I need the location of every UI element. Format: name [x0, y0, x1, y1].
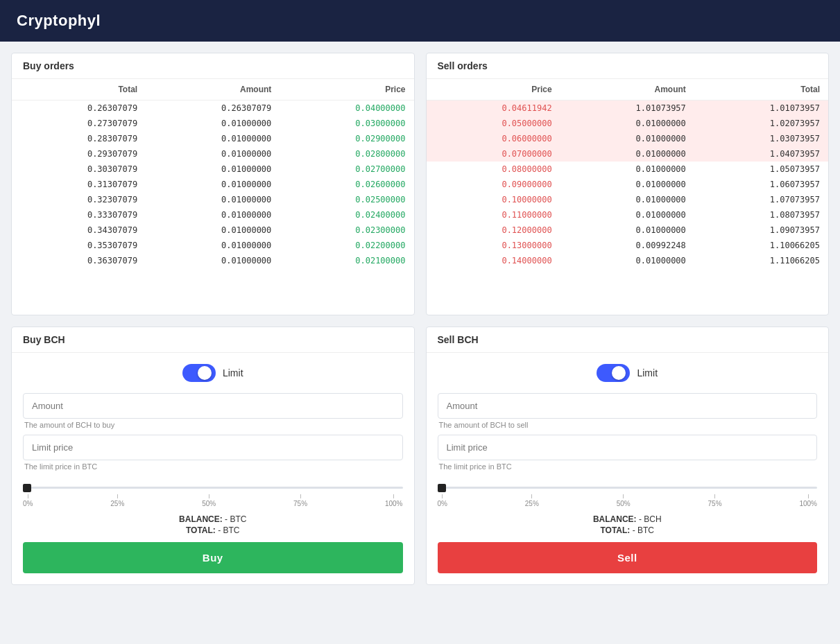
sell-limit-label: Limit	[637, 367, 658, 378]
sell-col-price: Price	[427, 79, 560, 101]
sell-bch-panel: Sell BCH Limit The amount of BCH to sell…	[426, 327, 830, 585]
buy-bch-title: Buy BCH	[12, 327, 414, 353]
sell-bch-form: Limit The amount of BCH to sell The limi…	[427, 353, 829, 584]
table-row: 0.080000000.010000001.05073957	[427, 162, 829, 177]
buy-orders-table: Total Amount Price 0.263070790.263070790…	[12, 79, 414, 268]
sell-toggle-row: Limit	[438, 364, 818, 382]
sell-slider[interactable]	[438, 487, 818, 489]
logo: Cryptophyl	[17, 12, 101, 30]
buy-balance-row: BALANCE: - BTC	[23, 514, 403, 524]
buy-tick-50: 50%	[202, 494, 216, 507]
buy-amount-group: The amount of BCH to buy	[23, 393, 403, 429]
sell-total-row: TOTAL: - BTC	[438, 525, 818, 535]
table-row: 0.110000000.010000001.08073957	[427, 207, 829, 223]
buy-col-total: Total	[12, 79, 146, 101]
table-row: 0.343070790.010000000.02300000	[12, 223, 414, 238]
main-content: Buy orders Total Amount Price 0.26307079…	[0, 42, 840, 596]
sell-orders-title: Sell orders	[427, 53, 829, 79]
table-row: 0.293070790.010000000.02800000	[12, 146, 414, 162]
table-row: 0.120000000.010000001.09073957	[427, 223, 829, 238]
sell-limit-price-group: The limit price in BTC	[438, 435, 818, 471]
buy-slider-container: 0% 25% 50% 75% 100%	[23, 479, 403, 507]
sell-orders-table-wrapper[interactable]: Price Amount Total 0.046119421.010739571…	[427, 79, 829, 315]
sell-tick-25: 25%	[525, 494, 539, 507]
buy-orders-table-wrapper[interactable]: Total Amount Price 0.263070790.263070790…	[12, 79, 414, 315]
buy-col-amount: Amount	[146, 79, 280, 101]
buy-button[interactable]: Buy	[23, 542, 403, 573]
buy-balance-label: BALANCE:	[179, 514, 223, 524]
table-row: 0.130000000.009922481.10066205	[427, 238, 829, 253]
sell-balance-info: BALANCE: - BCH TOTAL: - BTC	[438, 514, 818, 535]
table-row: 0.363070790.010000000.02100000	[12, 253, 414, 268]
table-row: 0.070000000.010000001.04073957	[427, 146, 829, 162]
sell-limit-price-input[interactable]	[438, 435, 818, 460]
sell-amount-group: The amount of BCH to sell	[438, 393, 818, 429]
sell-col-total: Total	[694, 79, 828, 101]
table-row: 0.353070790.010000000.02200000	[12, 238, 414, 253]
table-row: 0.273070790.010000000.03000000	[12, 116, 414, 131]
sell-tick-75: 75%	[708, 494, 722, 507]
sell-amount-input[interactable]	[438, 393, 818, 419]
sell-total-value: - BTC	[633, 525, 654, 535]
buy-limit-price-group: The limit price in BTC	[23, 435, 403, 471]
sell-col-amount: Amount	[560, 79, 694, 101]
table-row: 0.090000000.010000001.06073957	[427, 177, 829, 192]
sell-tick-100: 100%	[799, 494, 817, 507]
sell-amount-hint: The amount of BCH to sell	[438, 421, 818, 429]
table-row: 0.100000000.010000001.07073957	[427, 192, 829, 207]
buy-total-row: TOTAL: - BTC	[23, 525, 403, 535]
sell-tick-50: 50%	[617, 494, 631, 507]
sell-tick-0: 0%	[438, 494, 447, 507]
sell-limit-toggle[interactable]	[597, 364, 630, 382]
buy-balance-info: BALANCE: - BTC TOTAL: - BTC	[23, 514, 403, 535]
buy-tick-75: 75%	[293, 494, 307, 507]
buy-limit-label: Limit	[223, 367, 243, 378]
buy-total-value: - BTC	[218, 525, 239, 535]
buy-orders-title: Buy orders	[12, 53, 414, 79]
sell-balance-row: BALANCE: - BCH	[438, 514, 818, 524]
buy-orders-panel: Buy orders Total Amount Price 0.26307079…	[11, 53, 415, 315]
table-row: 0.050000000.010000001.02073957	[427, 116, 829, 131]
sell-slider-ticks: 0% 25% 50% 75% 100%	[438, 494, 818, 507]
sell-balance-label: BALANCE:	[593, 514, 637, 524]
sell-orders-panel: Sell orders Price Amount Total 0.0461194…	[426, 53, 830, 315]
buy-amount-input[interactable]	[23, 393, 403, 419]
buy-slider-ticks: 0% 25% 50% 75% 100%	[23, 494, 403, 507]
buy-toggle-row: Limit	[23, 364, 403, 382]
buy-limit-toggle[interactable]	[182, 364, 216, 382]
buy-tick-25: 25%	[110, 494, 124, 507]
sell-limit-price-hint: The limit price in BTC	[438, 462, 818, 471]
sell-balance-value: - BCH	[639, 514, 662, 524]
table-row: 0.323070790.010000000.02500000	[12, 192, 414, 207]
table-row: 0.263070790.263070790.04000000	[12, 101, 414, 116]
buy-limit-price-input[interactable]	[23, 435, 403, 460]
table-row: 0.046119421.010739571.01073957	[427, 101, 829, 116]
buy-bch-form: Limit The amount of BCH to buy The limit…	[12, 353, 414, 584]
buy-amount-hint: The amount of BCH to buy	[23, 421, 403, 429]
buy-slider[interactable]	[23, 487, 403, 489]
sell-slider-container: 0% 25% 50% 75% 100%	[438, 479, 818, 507]
buy-total-label: TOTAL:	[186, 525, 216, 535]
table-row: 0.060000000.010000001.03073957	[427, 131, 829, 146]
buy-bch-panel: Buy BCH Limit The amount of BCH to buy T…	[11, 327, 415, 585]
buy-tick-100: 100%	[385, 494, 403, 507]
sell-orders-table: Price Amount Total 0.046119421.010739571…	[427, 79, 829, 268]
sell-total-label: TOTAL:	[600, 525, 630, 535]
table-row: 0.313070790.010000000.02600000	[12, 177, 414, 192]
sell-button[interactable]: Sell	[438, 542, 818, 573]
buy-limit-price-hint: The limit price in BTC	[23, 462, 403, 471]
buy-balance-value: - BTC	[225, 514, 246, 524]
buy-tick-0: 0%	[23, 494, 33, 507]
sell-bch-title: Sell BCH	[427, 327, 829, 353]
header: Cryptophyl	[0, 0, 840, 42]
table-row: 0.283070790.010000000.02900000	[12, 131, 414, 146]
buy-col-price: Price	[280, 79, 413, 101]
table-row: 0.333070790.010000000.02400000	[12, 207, 414, 223]
table-row: 0.140000000.010000001.11066205	[427, 253, 829, 268]
table-row: 0.303070790.010000000.02700000	[12, 162, 414, 177]
